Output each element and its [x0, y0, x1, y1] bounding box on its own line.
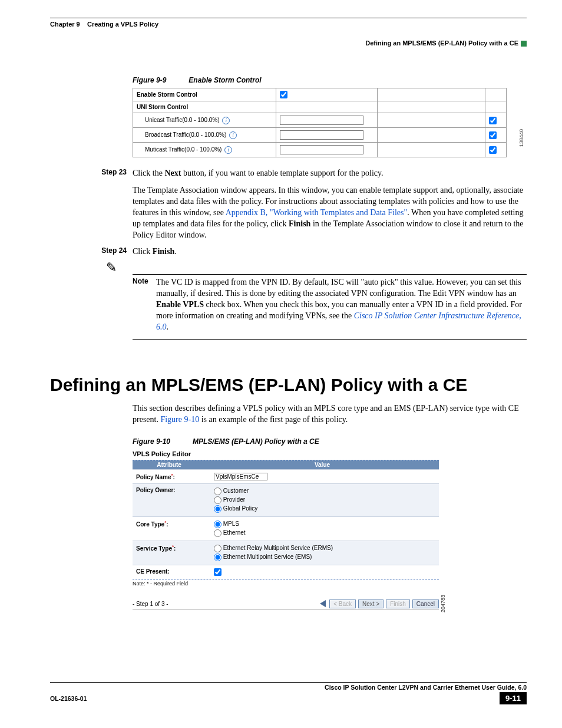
figure-9-9-caption: Figure 9-9Enable Storm Control	[133, 76, 527, 84]
service-ems-radio[interactable]: Ethernet Multipoint Service (EMS)	[214, 553, 435, 562]
broadcast-traffic-checkbox[interactable]	[489, 131, 497, 139]
unicast-traffic-checkbox[interactable]	[489, 117, 497, 124]
broadcast-traffic-label: Broadcast Traffic(0.0 - 100.0%) i	[133, 128, 276, 143]
enable-storm-control-checkbox[interactable]	[280, 91, 287, 98]
footer-page-number: 9-11	[500, 692, 527, 704]
step-24-p1: Click Finish.	[133, 246, 527, 258]
figure-9-10-ref-link[interactable]: Figure 9-10	[160, 415, 199, 424]
figure-9-9-id: 138440	[518, 129, 524, 147]
footer-guide-title: Cisco IP Solution Center L2VPN and Carri…	[50, 684, 527, 691]
service-type-label: Service Type*:	[133, 543, 210, 563]
footer-doc-number: OL-21636-01	[50, 695, 87, 702]
policy-owner-label: Policy Owner:	[133, 486, 210, 515]
section-marker-icon	[521, 41, 527, 47]
info-icon[interactable]: i	[229, 131, 237, 139]
figure-9-10-caption: Figure 9-10MPLS/EMS (EP-LAN) Policy with…	[133, 437, 527, 446]
back-button[interactable]: < Back	[329, 599, 356, 608]
wizard-caret-icon	[320, 600, 326, 607]
step-23-p1: Click the Next button, if you want to en…	[133, 168, 527, 179]
cancel-button[interactable]: Cancel	[412, 599, 439, 608]
uni-storm-control-label: UNI Storm Control	[133, 101, 276, 113]
multicast-traffic-label: Muticast Traffic(0.0 - 100.0%) i	[133, 143, 276, 157]
policy-name-label: Policy Name*:	[133, 472, 210, 482]
ce-present-label: CE Present:	[133, 567, 210, 577]
step-24: Step 24 Click Finish.	[50, 246, 527, 258]
figure-9-10-id: 204783	[440, 595, 446, 612]
multicast-traffic-input[interactable]	[280, 145, 363, 154]
vpls-editor-title: VPLS Policy Editor	[133, 450, 439, 457]
broadcast-traffic-input[interactable]	[280, 130, 363, 140]
multicast-traffic-checkbox[interactable]	[489, 146, 497, 154]
section-intro: This section describes defining a VPLS p…	[133, 403, 527, 426]
owner-customer-radio[interactable]: Customer	[214, 487, 435, 496]
required-field-note: Note: * - Required Field	[133, 579, 439, 588]
wizard-step-indicator: - Step 1 of 3 -	[133, 601, 168, 607]
note-label: Note	[133, 277, 156, 332]
owner-global-radio[interactable]: Global Policy	[214, 505, 435, 513]
step-23: Step 23 Click the Next button, if you wa…	[50, 168, 527, 241]
info-icon[interactable]: i	[224, 146, 232, 154]
note-pencil-icon: ✎	[106, 260, 117, 275]
core-mpls-radio[interactable]: MPLS	[214, 520, 435, 529]
finish-button[interactable]: Finish	[386, 599, 410, 608]
step-23-label: Step 23	[84, 168, 133, 241]
policy-name-input[interactable]	[214, 473, 267, 480]
note-body: The VC ID is mapped from the VPN ID. By …	[156, 277, 527, 332]
info-icon[interactable]: i	[222, 117, 230, 124]
appendix-b-link[interactable]: Appendix B, "Working with Templates and …	[226, 208, 407, 217]
section-heading: Defining an MPLS/EMS (EP-LAN) Policy wit…	[50, 375, 527, 395]
service-erms-radio[interactable]: Ethernet Relay Multipoint Service (ERMS)	[214, 544, 435, 553]
core-type-label: Core Type*:	[133, 519, 210, 539]
enable-storm-control-label: Enable Storm Control	[133, 88, 276, 101]
ce-present-checkbox[interactable]	[214, 568, 222, 576]
owner-provider-radio[interactable]: Provider	[214, 496, 435, 505]
unicast-traffic-label: Unicast Traffic(0.0 - 100.0%) i	[133, 113, 276, 128]
page-header-left: Chapter 9 Creating a VPLS Policy	[50, 21, 527, 28]
page-header-right: Defining an MPLS/EMS (EP-LAN) Policy wit…	[50, 39, 527, 47]
core-ethernet-radio[interactable]: Ethernet	[214, 529, 435, 538]
figure-9-9-table: Enable Storm Control UNI Storm Control U…	[133, 88, 507, 157]
step-24-label: Step 24	[84, 246, 133, 258]
unicast-traffic-input[interactable]	[280, 116, 363, 125]
next-button[interactable]: Next >	[358, 599, 384, 608]
vpls-editor-header: Attribute Value	[133, 460, 439, 469]
step-23-p2: The Template Association window appears.…	[133, 185, 527, 241]
